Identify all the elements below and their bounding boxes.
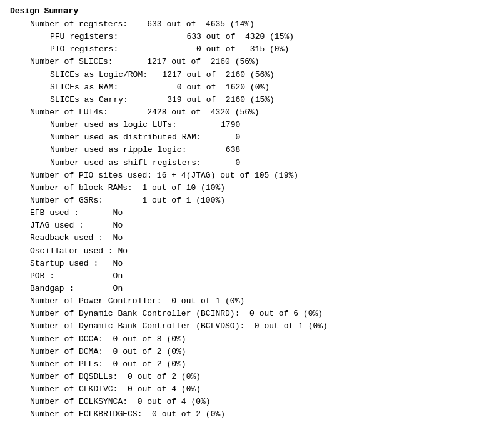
line-item: Number of Power Controller: 0 out of 1 (… [10,295,494,308]
line-item: Number used as ripple logic: 638 [10,144,494,156]
line-item: Number used as logic LUTs: 1790 [10,119,494,131]
line-item: Number of DCMA: 0 out of 2 (0%) [10,346,494,358]
line-item: Number of ECLKBRIDGECS: 0 out of 2 (0%) [10,408,494,421]
line-item: JTAG used : No [10,219,494,232]
line-item: Number of LUT4s: 2428 out of 4320 (56%) [10,106,494,119]
line-item: Number of ECLKSYNCA: 0 out of 4 (0%) [10,396,494,408]
line-item: Number of SLICEs: 1217 out of 2160 (56%) [10,56,494,68]
line-item: SLICEs as Carry: 319 out of 2160 (15%) [10,94,494,106]
line-item: SLICEs as RAM: 0 out of 1620 (0%) [10,81,494,94]
line-item: PIO registers: 0 out of 315 (0%) [10,43,494,56]
line-item: Number of CLKDIVC: 0 out of 4 (0%) [10,383,494,396]
line-item: POR : On [10,270,494,283]
line-item: Number of DQSDLLs: 0 out of 2 (0%) [10,371,494,383]
line-item: Number used as shift registers: 0 [10,157,494,169]
main-container: Design Summary Number of registers: 633 … [0,0,504,422]
line-item: Number of registers: 633 out of 4635 (14… [10,18,494,31]
line-item: Number used as distributed RAM: 0 [10,131,494,144]
line-item: Number of PIO sites used: 16 + 4(JTAG) o… [10,169,494,182]
line-item: Number of block RAMs: 1 out of 10 (10%) [10,182,494,194]
line-item: Number of GSRs: 1 out of 1 (100%) [10,194,494,207]
line-item: EFB used : No [10,207,494,219]
line-item: Bandgap : On [10,283,494,295]
section-title: Design Summary [10,6,494,16]
line-item: PFU registers: 633 out of 4320 (15%) [10,31,494,43]
lines-container: Number of registers: 633 out of 4635 (14… [10,18,494,421]
line-item: Number of Dynamic Bank Controller (BCLVD… [10,320,494,333]
line-item: Number of PLLs: 0 out of 2 (0%) [10,358,494,371]
line-item: Readback used : No [10,232,494,244]
line-item: Startup used : No [10,258,494,270]
line-item: SLICEs as Logic/ROM: 1217 out of 2160 (5… [10,69,494,81]
line-item: Number of DCCA: 0 out of 8 (0%) [10,333,494,346]
line-item: Number of Dynamic Bank Controller (BCINR… [10,308,494,320]
line-item: Oscillator used : No [10,245,494,258]
